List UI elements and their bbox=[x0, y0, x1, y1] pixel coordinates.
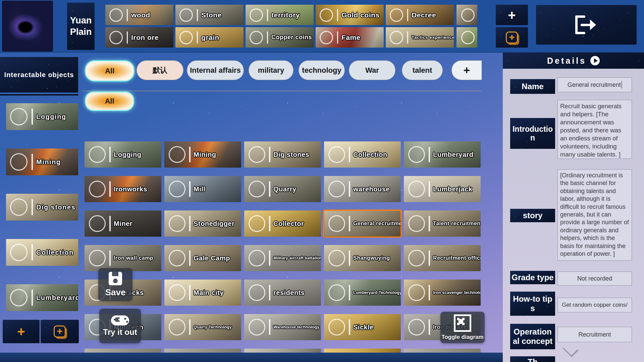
card-label: Stonedigger bbox=[194, 220, 234, 228]
resource-tactics-experience[interactable]: Tactics experience bbox=[386, 27, 454, 48]
grid-card-miner[interactable]: Miner bbox=[85, 210, 161, 237]
card-label: Quarry bbox=[273, 185, 297, 193]
grid-card-shangwuying[interactable]: Shangwuying bbox=[324, 245, 401, 271]
grid-card-general-recruitment-selected[interactable]: General recruitment bbox=[324, 210, 401, 237]
exit-button[interactable] bbox=[536, 5, 637, 45]
grid-card-collector[interactable]: Collector bbox=[244, 210, 321, 237]
resource-partial-card[interactable] bbox=[457, 27, 477, 48]
grid-card-iron-wall-camp[interactable]: Iron wall camp bbox=[85, 245, 161, 271]
resource-grain[interactable]: grain bbox=[175, 27, 244, 48]
grid-card-recruitment-office[interactable]: Recruitment office bbox=[404, 245, 481, 271]
grid-card-quarry-technology[interactable]: Quarry Technology bbox=[164, 314, 241, 340]
howto-tips-field[interactable]: Get random copper coins/ bbox=[557, 298, 632, 312]
card-label: Shangwuying bbox=[353, 255, 390, 261]
tab-internal-affairs[interactable]: Internal affairs bbox=[187, 60, 244, 80]
operational-concept-field[interactable]: Recruitment bbox=[557, 327, 632, 342]
grid-card-lumberyard-technology[interactable]: Lumberyard Technology bbox=[324, 280, 401, 306]
resource-label: grain bbox=[201, 34, 219, 42]
grid-card-partial[interactable] bbox=[404, 349, 481, 353]
toggle-diagram-button[interactable]: Toggle diagram bbox=[440, 312, 485, 343]
tab-technology[interactable]: technology bbox=[299, 60, 345, 80]
sidebar-item-collection[interactable]: Collection bbox=[6, 239, 78, 266]
grid-card-mining[interactable]: Mining bbox=[164, 141, 241, 168]
sidebar-item-logging[interactable]: Logging bbox=[6, 103, 78, 130]
resource-decree[interactable]: Decree bbox=[386, 5, 454, 25]
tab-military[interactable]: military bbox=[249, 60, 293, 80]
card-label: Lumberyard Technology bbox=[353, 290, 401, 295]
object-icon bbox=[10, 153, 28, 171]
try-it-out-button[interactable]: Try it out bbox=[99, 309, 141, 343]
grid-card-quarry[interactable]: Quarry bbox=[244, 176, 321, 202]
sidebar-item-lumberyard[interactable]: Lumberyard bbox=[6, 284, 78, 311]
resource-wood[interactable]: wood bbox=[105, 5, 173, 25]
tab-separator bbox=[82, 91, 481, 91]
grid-card-partial[interactable] bbox=[324, 349, 401, 353]
plus-icon: + bbox=[17, 325, 25, 338]
sidebar-add-collection-button[interactable] bbox=[41, 320, 79, 343]
story-textarea[interactable]: [Ordinary recruitment is the basic chann… bbox=[557, 169, 632, 261]
card-label: residents bbox=[273, 289, 305, 297]
grid-card-partial[interactable] bbox=[244, 349, 321, 353]
resource-partial-card[interactable] bbox=[457, 5, 477, 25]
grid-card-partial[interactable] bbox=[164, 349, 241, 353]
grid-card-main-city[interactable]: Main city bbox=[164, 280, 241, 306]
resource-label: Decree bbox=[412, 11, 436, 19]
grid-card-military-aircraft-battalion[interactable]: Military aircraft battalion bbox=[244, 245, 321, 271]
resource-copper-coins[interactable]: Copper coins bbox=[246, 27, 314, 48]
next-section-label-partial: Th bbox=[510, 356, 555, 362]
sidebar-item-label: Dig stones bbox=[36, 203, 75, 211]
resource-label: Fame bbox=[341, 34, 361, 42]
introduction-label: Introduction bbox=[510, 118, 555, 149]
grid-card-collection[interactable]: Collection bbox=[324, 141, 401, 168]
sidebar-item-dig-stones[interactable]: Dig stones bbox=[6, 194, 78, 221]
grade-type-field[interactable]: Not recorded bbox=[557, 272, 632, 286]
card-label: Miner bbox=[114, 220, 132, 228]
grid-card-dig-stones[interactable]: Dig stones bbox=[244, 141, 321, 168]
grid-card-warehouse-technology[interactable]: Warehouse technology bbox=[244, 314, 321, 340]
card-label: Ironworks bbox=[114, 185, 147, 193]
chevron-down-icon[interactable] bbox=[562, 341, 578, 357]
grid-card-mill[interactable]: Mill bbox=[164, 176, 241, 202]
filter-all-button[interactable]: All bbox=[85, 92, 134, 111]
resource-gold-coins[interactable]: Gold coins bbox=[316, 5, 384, 25]
tab-default[interactable]: 默认 bbox=[137, 60, 183, 80]
add-resource-button[interactable]: + bbox=[496, 5, 528, 25]
grid-card-talent-recruitment[interactable]: Talent recruitment bbox=[404, 210, 481, 237]
introduction-textarea[interactable]: Recruit basic generals and helpers. [The… bbox=[557, 100, 632, 159]
tab-add[interactable]: + bbox=[451, 60, 482, 80]
tab-talent[interactable]: talent bbox=[402, 60, 443, 80]
grid-card-lumberyard[interactable]: Lumberyard bbox=[404, 141, 481, 168]
resource-fame[interactable]: Fame bbox=[316, 27, 384, 48]
resource-stone[interactable]: Stone bbox=[175, 5, 244, 25]
add-collection-button[interactable] bbox=[496, 27, 528, 48]
grid-card-partial[interactable] bbox=[85, 349, 161, 353]
card-label: Warehouse technology bbox=[273, 325, 319, 329]
resource-icon bbox=[109, 31, 123, 44]
galaxy-logo[interactable] bbox=[2, 1, 53, 52]
grid-card-sickle[interactable]: Sickle bbox=[324, 314, 401, 340]
grid-card-warehouse[interactable]: warehouse bbox=[324, 176, 401, 202]
grid-card-logging[interactable]: Logging bbox=[85, 141, 161, 168]
sidebar-add-object-button[interactable]: + bbox=[3, 320, 40, 343]
resource-icon bbox=[390, 31, 403, 44]
sidebar-item-mining[interactable]: Mining bbox=[6, 148, 78, 175]
grid-card-iron-scavenger-technology[interactable]: Iron scavenger technology bbox=[404, 280, 481, 306]
grid-card-gale-camp[interactable]: Gale Camp bbox=[164, 245, 241, 271]
sidebar-item-label: Logging bbox=[36, 113, 66, 121]
save-button[interactable]: Save bbox=[98, 268, 132, 301]
grid-card-stonedigger[interactable]: Stonedigger bbox=[164, 210, 241, 237]
grid-card-residents[interactable]: residents bbox=[244, 280, 321, 306]
grid-card-lumberjack[interactable]: Lumberjack bbox=[404, 176, 481, 202]
sidebar-divider bbox=[0, 94, 78, 96]
resource-iron-ore[interactable]: Iron ore bbox=[105, 27, 173, 48]
resource-territory[interactable]: territory bbox=[246, 5, 314, 25]
name-input[interactable]: General recruitment bbox=[557, 77, 632, 92]
tab-all[interactable]: All bbox=[85, 60, 135, 81]
tab-war[interactable]: War bbox=[349, 60, 395, 80]
resource-label: Gold coins bbox=[341, 11, 380, 19]
card-label: Iron wall camp bbox=[114, 255, 153, 261]
grid-card-ironworks[interactable]: Ironworks bbox=[85, 176, 161, 202]
play-icon[interactable] bbox=[590, 56, 600, 65]
resource-icon bbox=[179, 31, 193, 44]
diagram-square-icon bbox=[454, 314, 471, 332]
